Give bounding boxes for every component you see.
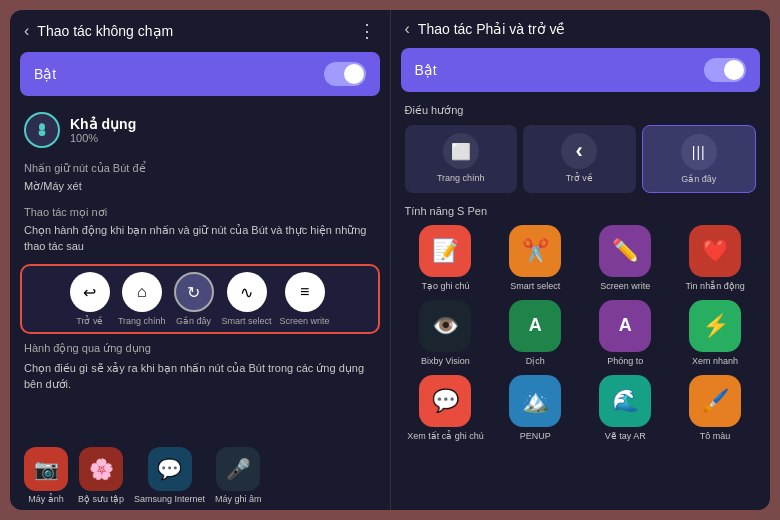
gesture-item-0[interactable]: ↩ Trở về bbox=[70, 272, 110, 326]
app-item-3[interactable]: 🎤 Máy ghi âm bbox=[215, 447, 262, 504]
spen-icon-r3-2: 🌊 bbox=[599, 375, 651, 427]
spen-item-0[interactable]: 📝 Tạo ghi chú bbox=[405, 225, 487, 292]
left-toggle-knob bbox=[344, 64, 364, 84]
spen-item-r2-3[interactable]: ⚡ Xem nhanh bbox=[674, 300, 756, 367]
spen-name-r3-1: PENUP bbox=[520, 431, 551, 442]
left-title: Thao tác không chạm bbox=[37, 23, 357, 39]
spen-item-2[interactable]: ✏️ Screen write bbox=[584, 225, 666, 292]
spen-icon-1: ✂️ bbox=[509, 225, 561, 277]
spen-icon-r2-3: ⚡ bbox=[689, 300, 741, 352]
left-action-section-label: Thao tác mọi nơi bbox=[10, 200, 390, 221]
spen-item-r2-1[interactable]: A Dịch bbox=[494, 300, 576, 367]
spen-icon-r3-0: 💬 bbox=[419, 375, 471, 427]
left-gesture-row: ↩ Trở về ⌂ Trang chính ↻ Gần đây ∿ Smart… bbox=[20, 264, 380, 334]
nav-option-0[interactable]: ⬜ Trang chính bbox=[405, 125, 518, 193]
app-item-2[interactable]: 💬 Samsung Internet bbox=[134, 447, 205, 504]
spen-item-r3-3[interactable]: 🖌️ Tô màu bbox=[674, 375, 756, 442]
app-name-0: Máy ảnh bbox=[28, 494, 64, 504]
right-toggle-switch[interactable] bbox=[704, 58, 746, 82]
nav-option-name-2: Gần đây bbox=[681, 174, 716, 184]
nav-option-1[interactable]: ‹ Trở về bbox=[523, 125, 636, 193]
app-item-0[interactable]: 📷 Máy ảnh bbox=[24, 447, 68, 504]
right-toggle-knob bbox=[724, 60, 744, 80]
spen-name-r3-3: Tô màu bbox=[700, 431, 731, 442]
spen-item-r3-1[interactable]: 🏔️ PENUP bbox=[494, 375, 576, 442]
right-spen-title: Tính năng S Pen bbox=[391, 201, 771, 221]
app-item-1[interactable]: 🌸 Bộ sưu tập bbox=[78, 447, 124, 504]
left-button-section-sub: Mờ/Máy xét bbox=[10, 177, 390, 200]
gesture-name-3: Smart select bbox=[222, 316, 272, 326]
spen-icon-r2-2: A bbox=[599, 300, 651, 352]
spen-item-r2-2[interactable]: A Phóng to bbox=[584, 300, 666, 367]
left-app-section-label: Hành động qua ứng dụng bbox=[10, 338, 390, 359]
spen-icon-r2-1: A bbox=[509, 300, 561, 352]
left-status-section: Khả dụng 100% bbox=[10, 104, 390, 156]
spen-icon-2: ✏️ bbox=[599, 225, 651, 277]
spen-name-3: Tin nhắn động bbox=[685, 281, 744, 292]
right-back-arrow[interactable]: ‹ bbox=[405, 20, 410, 38]
gesture-item-3[interactable]: ∿ Smart select bbox=[222, 272, 272, 326]
spen-item-r3-0[interactable]: 💬 Xem tất cả ghi chú bbox=[405, 375, 487, 442]
left-status-sub: 100% bbox=[70, 132, 136, 144]
spen-name-r3-2: Vẽ tay AR bbox=[605, 431, 646, 442]
spen-name-r2-1: Dịch bbox=[526, 356, 545, 367]
gesture-icon-0: ↩ bbox=[70, 272, 110, 312]
spen-name-0: Tạo ghi chú bbox=[421, 281, 469, 292]
spen-icon-r3-1: 🏔️ bbox=[509, 375, 561, 427]
spen-name-1: Smart select bbox=[510, 281, 560, 292]
left-back-arrow[interactable]: ‹ bbox=[24, 22, 29, 40]
nav-option-name-0: Trang chính bbox=[437, 173, 485, 183]
svg-point-0 bbox=[39, 123, 45, 131]
left-toggle-switch[interactable] bbox=[324, 62, 366, 86]
app-icon-0: 📷 bbox=[24, 447, 68, 491]
right-nav-title: Điều hướng bbox=[391, 100, 771, 121]
app-icon-1: 🌸 bbox=[79, 447, 123, 491]
gesture-icon-2: ↻ bbox=[174, 272, 214, 312]
nav-icon-1: ‹ bbox=[561, 133, 597, 169]
gesture-item-2[interactable]: ↻ Gần đây bbox=[174, 272, 214, 326]
right-title: Thao tác Phải và trở về bbox=[418, 21, 756, 37]
left-status-icon bbox=[24, 112, 60, 148]
right-toggle-row[interactable]: Bật bbox=[401, 48, 761, 92]
right-panel: ‹ Thao tác Phải và trở về Bật Điều hướng… bbox=[391, 10, 771, 510]
spen-grid-row2: 👁️ Bixby Vision A Dịch A Phóng to ⚡ Xem … bbox=[391, 296, 771, 371]
left-toggle-label: Bật bbox=[34, 66, 324, 82]
nav-icon-2: ||| bbox=[681, 134, 717, 170]
spen-icon-3: ❤️ bbox=[689, 225, 741, 277]
spen-item-r3-2[interactable]: 🌊 Vẽ tay AR bbox=[584, 375, 666, 442]
spen-icon-0: 📝 bbox=[419, 225, 471, 277]
gesture-item-1[interactable]: ⌂ Trang chính bbox=[118, 272, 166, 326]
gesture-name-1: Trang chính bbox=[118, 316, 166, 326]
spen-item-1[interactable]: ✂️ Smart select bbox=[494, 225, 576, 292]
left-action-description: Chọn hành động khi bạn nhấn và giữ nút c… bbox=[10, 221, 390, 260]
left-topbar: ‹ Thao tác không chạm ⋮ bbox=[10, 10, 390, 52]
app-icon-2: 💬 bbox=[148, 447, 192, 491]
spen-item-3[interactable]: ❤️ Tin nhắn động bbox=[674, 225, 756, 292]
left-status-text: Khả dụng 100% bbox=[70, 116, 136, 144]
left-toggle-row[interactable]: Bật bbox=[20, 52, 380, 96]
gesture-name-4: Screen write bbox=[280, 316, 330, 326]
spen-name-r2-0: Bixby Vision bbox=[421, 356, 470, 367]
nav-option-2[interactable]: ||| Gần đây bbox=[642, 125, 757, 193]
gesture-icon-1: ⌂ bbox=[122, 272, 162, 312]
spen-item-r2-0[interactable]: 👁️ Bixby Vision bbox=[405, 300, 487, 367]
spen-grid-row1: 📝 Tạo ghi chú ✂️ Smart select ✏️ Screen … bbox=[391, 221, 771, 296]
left-panel: ‹ Thao tác không chạm ⋮ Bật Khả dụng 100… bbox=[10, 10, 391, 510]
left-dots-icon[interactable]: ⋮ bbox=[358, 20, 376, 42]
left-button-section-label: Nhấn giữ nút của Bút để bbox=[10, 156, 390, 177]
gesture-item-4[interactable]: ≡ Screen write bbox=[280, 272, 330, 326]
left-status-main: Khả dụng bbox=[70, 116, 136, 132]
gesture-icon-3: ∿ bbox=[227, 272, 267, 312]
spen-icon-r3-3: 🖌️ bbox=[689, 375, 741, 427]
spen-grid-row3: 💬 Xem tất cả ghi chú 🏔️ PENUP 🌊 Vẽ tay A… bbox=[391, 371, 771, 446]
spen-name-r2-3: Xem nhanh bbox=[692, 356, 738, 367]
right-topbar: ‹ Thao tác Phải và trở về bbox=[391, 10, 771, 48]
app-icon-3: 🎤 bbox=[216, 447, 260, 491]
gesture-icon-4: ≡ bbox=[285, 272, 325, 312]
spen-icon-r2-0: 👁️ bbox=[419, 300, 471, 352]
spen-name-r2-2: Phóng to bbox=[607, 356, 643, 367]
gesture-name-0: Trở về bbox=[76, 316, 103, 326]
nav-icon-0: ⬜ bbox=[443, 133, 479, 169]
left-bottom-apps: 📷 Máy ảnh 🌸 Bộ sưu tập 💬 Samsung Interne… bbox=[10, 441, 390, 510]
phone-container: ‹ Thao tác không chạm ⋮ Bật Khả dụng 100… bbox=[10, 10, 770, 510]
